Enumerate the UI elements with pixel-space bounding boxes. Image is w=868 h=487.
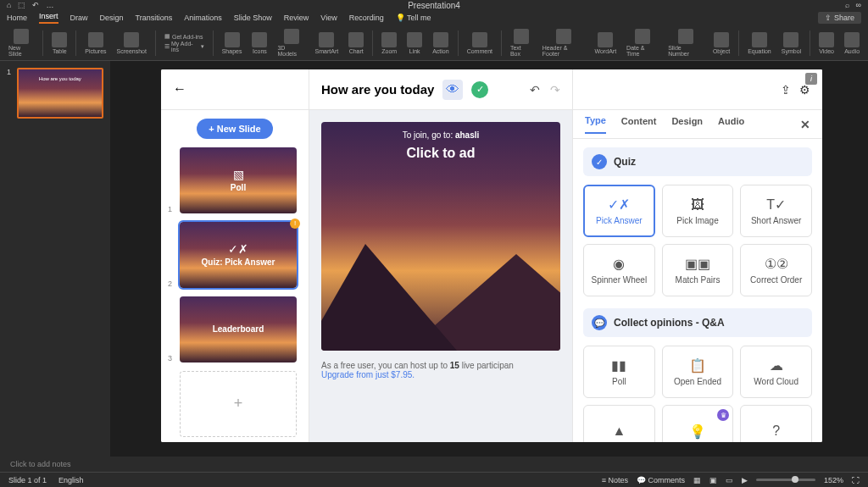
menu-review[interactable]: Review: [284, 14, 309, 22]
export-icon[interactable]: ⇪: [781, 83, 791, 97]
tab-design[interactable]: Design: [671, 116, 703, 133]
undo-icon[interactable]: ↶: [32, 1, 39, 9]
ribbon-header[interactable]: Header & Footer: [539, 29, 588, 57]
ribbon-get-addins[interactable]: ▦ Get Add-ins: [164, 33, 204, 40]
status-check-icon[interactable]: ✓: [471, 81, 488, 98]
slide-type-card[interactable]: 🖼Pick Image: [662, 185, 734, 237]
menu-recording[interactable]: Recording: [349, 14, 384, 22]
document-title: Presentation4: [408, 1, 460, 10]
status-bar: Slide 1 of 1 English ≡ Notes 💬 Comments …: [0, 472, 868, 487]
undo-icon[interactable]: ↶: [530, 83, 540, 97]
ribbon-video[interactable]: Video: [815, 32, 837, 54]
slide-canvas-area: ← + New Slide 1▧Poll2✓✗Quiz: Pick Answer…: [110, 61, 868, 457]
slide-thumbnail[interactable]: How are you today: [17, 68, 103, 119]
check-icon: ✓: [592, 154, 607, 169]
link-icon[interactable]: ∞: [856, 1, 861, 9]
ribbon-screenshot[interactable]: Screenshot: [114, 32, 150, 54]
fit-icon[interactable]: ⛶: [852, 476, 860, 484]
close-icon[interactable]: ✕: [800, 118, 810, 131]
notes-pane[interactable]: Click to add notes: [0, 457, 868, 472]
new-slide-button[interactable]: + New Slide: [197, 119, 272, 139]
ribbon-wordart[interactable]: WordArt: [592, 32, 620, 54]
ribbon-icons[interactable]: Icons: [248, 32, 270, 54]
title-bar: ⌂ ⬚ ↶ … Presentation4 ⌕ ∞: [0, 0, 868, 10]
slide-type-card[interactable]: ✓✗Pick Answer: [583, 185, 655, 237]
status-notes[interactable]: ≡ Notes: [602, 476, 628, 484]
ribbon-symbol[interactable]: Symbol: [778, 32, 804, 54]
addin-panel: ← + New Slide 1▧Poll2✓✗Quiz: Pick Answer…: [161, 69, 822, 442]
ribbon-datetime[interactable]: Date & Time: [623, 29, 661, 57]
ribbon-chart[interactable]: Chart: [345, 32, 367, 54]
property-tabs: Type Content Design Audio ✕: [573, 110, 822, 139]
slide-type-card[interactable]: ☁Word Cloud: [740, 346, 812, 398]
menu-view[interactable]: View: [320, 14, 337, 22]
tab-type[interactable]: Type: [585, 115, 606, 134]
chat-icon: 💬: [592, 315, 607, 330]
ribbon-3dmodels[interactable]: 3D Models: [274, 29, 308, 57]
ribbon-action[interactable]: Action: [429, 32, 452, 54]
preview-headline: Click to ad: [407, 146, 476, 161]
menu-design[interactable]: Design: [100, 14, 124, 22]
slide-type-card[interactable]: ①②Correct Order: [740, 244, 812, 296]
addin-slide-list: ← + New Slide 1▧Poll2✓✗Quiz: Pick Answer…: [161, 69, 309, 442]
ribbon-audio[interactable]: Audio: [841, 32, 863, 54]
back-button[interactable]: ←: [173, 81, 186, 97]
slide-type-card[interactable]: ◉Spinner Wheel: [583, 244, 655, 296]
menu-home[interactable]: Home: [7, 14, 27, 22]
visibility-icon[interactable]: 👁: [442, 80, 463, 100]
view-reading-icon[interactable]: ▭: [726, 476, 733, 484]
view-normal-icon[interactable]: ▦: [693, 476, 701, 484]
slide-type-card[interactable]: ▣▣Match Pairs: [662, 244, 734, 296]
menu-draw[interactable]: Draw: [70, 14, 88, 22]
tab-audio[interactable]: Audio: [718, 116, 744, 133]
home-icon[interactable]: ⌂: [7, 1, 11, 9]
save-icon[interactable]: ⬚: [18, 1, 25, 9]
view-sorter-icon[interactable]: ▣: [709, 476, 717, 484]
addin-properties-pane: ⇪ ⚙ i Type Content Design Audio ✕ ✓ Quiz: [572, 69, 822, 442]
ribbon-my-addins[interactable]: ☰ My Add-ins ▾: [164, 41, 204, 53]
ribbon-zoom[interactable]: Zoom: [378, 32, 400, 54]
mini-slide[interactable]: Leaderboard: [180, 296, 297, 362]
more-icon[interactable]: …: [46, 1, 53, 9]
section-collect: 💬 Collect opinions - Q&A: [583, 308, 812, 337]
upgrade-link[interactable]: Upgrade from just $7.95.: [321, 370, 415, 379]
ribbon: New Slide Table Pictures Screenshot ▦ Ge…: [0, 25, 868, 61]
menu-slideshow[interactable]: Slide Show: [234, 14, 272, 22]
ribbon-pictures[interactable]: Pictures: [81, 32, 109, 54]
zoom-level[interactable]: 152%: [824, 476, 843, 484]
menu-transitions[interactable]: Transitions: [136, 14, 173, 22]
ribbon-textbox[interactable]: Text Box: [507, 29, 536, 57]
ribbon-shapes[interactable]: Shapes: [219, 32, 246, 54]
addin-preview-pane: How are you today 👁 ✓ ↶ ↷ To join, go to…: [309, 69, 572, 442]
redo-icon[interactable]: ↷: [550, 83, 560, 97]
ribbon-slidenum[interactable]: Slide Number: [665, 29, 706, 57]
slide-preview[interactable]: To join, go to: ahasli Click to ad: [321, 122, 560, 351]
menu-tellme[interactable]: 💡 Tell me: [396, 14, 431, 22]
ribbon-new-slide[interactable]: New Slide: [5, 29, 37, 57]
ribbon-link[interactable]: Link: [403, 32, 426, 54]
ribbon-smartart[interactable]: SmartArt: [312, 32, 342, 54]
slide-type-card[interactable]: T✓Short Answer: [740, 185, 812, 237]
zoom-slider[interactable]: [756, 479, 815, 481]
slide-type-card[interactable]: 📋Open Ended: [662, 346, 734, 398]
menu-animations[interactable]: Animations: [184, 14, 222, 22]
search-icon[interactable]: ⌕: [845, 1, 849, 9]
view-slideshow-icon[interactable]: ▶: [742, 476, 748, 484]
mini-slide[interactable]: ▧Poll: [180, 147, 297, 213]
share-button[interactable]: ⇪ Share: [818, 12, 861, 24]
status-language[interactable]: English: [58, 476, 84, 484]
add-slide-button[interactable]: +: [180, 371, 297, 437]
mini-slide[interactable]: ✓✗Quiz: Pick Answer!: [180, 222, 297, 288]
tab-content[interactable]: Content: [621, 116, 657, 133]
status-comments[interactable]: 💬 Comments: [637, 476, 685, 484]
ribbon-object[interactable]: Object: [709, 32, 733, 54]
info-icon[interactable]: i: [805, 73, 817, 85]
slide-type-card[interactable]: ▲: [583, 405, 655, 442]
slide-type-card[interactable]: ▮▮Poll: [583, 346, 655, 398]
ribbon-equation[interactable]: Equation: [744, 32, 775, 54]
menu-insert[interactable]: Insert: [39, 12, 58, 24]
ribbon-table[interactable]: Table: [48, 32, 70, 54]
slide-type-card[interactable]: ?: [740, 405, 812, 442]
ribbon-comment[interactable]: Comment: [464, 32, 496, 54]
slide-type-card[interactable]: 💡♛: [662, 405, 734, 442]
